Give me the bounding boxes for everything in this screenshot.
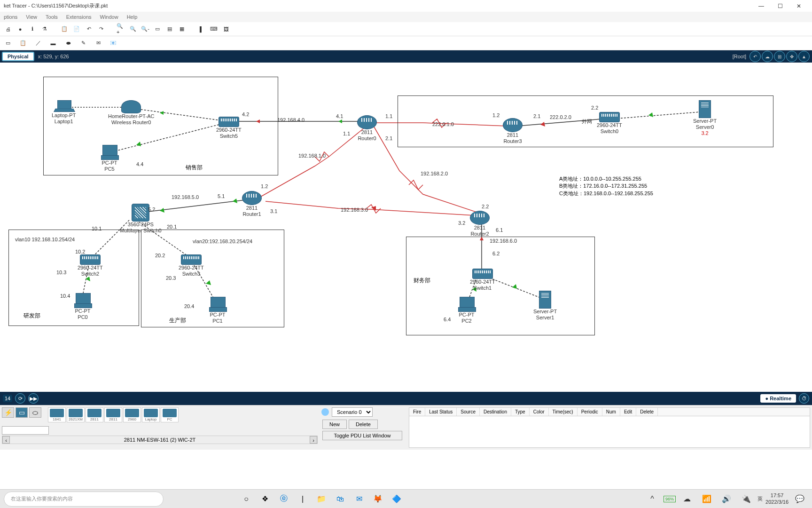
wizard-icon[interactable]: ● (16, 25, 24, 33)
zoom-in-icon[interactable]: 🔍+ (117, 25, 125, 33)
device-switch2[interactable]: 2960-24TT Switch2 (78, 254, 103, 277)
col-edit[interactable]: Edit (620, 408, 636, 416)
power-icon[interactable]: 🔌 (738, 491, 755, 508)
taskbar-search[interactable]: 在这里输入你要搜索的内容 (4, 492, 164, 507)
flask-icon[interactable]: ⚗ (40, 25, 49, 33)
rect-icon[interactable]: ▭ (153, 25, 162, 33)
col-periodic[interactable]: Periodic (578, 408, 602, 416)
device-switch3[interactable]: 2960-24TT Switch3 (179, 254, 204, 277)
zoom-reset-icon[interactable]: 🔍 (129, 25, 137, 33)
col-num[interactable]: Num (602, 408, 620, 416)
physical-mode-button[interactable]: Physical (2, 52, 34, 61)
note-icon[interactable]: ▌ (197, 25, 206, 33)
store-icon[interactable]: 🛍 (332, 491, 349, 508)
scroll-right-icon[interactable]: › (310, 436, 317, 444)
nav-cloud-icon[interactable]: ☁ (762, 51, 773, 62)
device-wrouter0[interactable]: HomeRouter-PT-AC Wireless Router0 (108, 100, 154, 126)
device-pc0[interactable]: PC-PT PC0 (74, 293, 91, 320)
wifi-icon[interactable]: 📶 (698, 491, 715, 508)
dev-1841[interactable]: 1841 (48, 407, 66, 422)
tile-icon[interactable]: ▤ (165, 25, 174, 33)
onedrive-icon[interactable]: ☁ (679, 491, 695, 508)
dev-pc[interactable]: PC (161, 407, 179, 422)
battery-icon[interactable]: 96% (664, 496, 676, 502)
palette-scrollbar[interactable]: ‹ 2811 NM-ESW-161 (2) WIC-2T › (2, 436, 318, 444)
pdu-open-icon[interactable]: 📧 (109, 39, 117, 48)
explorer-icon[interactable]: 📁 (313, 491, 330, 508)
ellipse-icon[interactable]: ⬬ (64, 39, 72, 48)
col-destination[interactable]: Destination (480, 408, 511, 416)
device-switch5[interactable]: 2960-24TT Switch5 (216, 117, 242, 139)
cat-connection[interactable]: ⬭ (29, 407, 41, 418)
nav-env-icon[interactable]: ▲ (798, 51, 810, 62)
sim-mode-button[interactable]: ⏱ (799, 393, 809, 404)
fast-forward-button[interactable]: ▶▶ (28, 393, 39, 404)
dev-2621xm[interactable]: 2621XM (67, 407, 85, 422)
scroll-left-icon[interactable]: ‹ (2, 436, 10, 444)
device-pc2[interactable]: PC-PT PC2 (458, 297, 475, 324)
device-server0[interactable]: Server-PT Server0 3.2 (693, 100, 717, 137)
menu-extensions[interactable]: Extensions (66, 14, 92, 20)
volume-icon[interactable]: 🔊 (718, 491, 735, 508)
scenario-select[interactable]: Scenario 0 (332, 407, 373, 417)
mail-icon[interactable]: ✉ (351, 491, 367, 508)
zoom-out-icon[interactable]: 🔍- (141, 25, 149, 33)
device-server1[interactable]: Server-PT Server1 (533, 291, 557, 321)
freeform-icon[interactable]: ✎ (79, 39, 87, 48)
copy-icon[interactable]: 📋 (60, 25, 69, 33)
menu-tools[interactable]: Tools (46, 14, 58, 20)
col-type[interactable]: Type (511, 408, 530, 416)
cat-router[interactable]: ▭ (16, 407, 28, 418)
nav-back-icon[interactable]: ↶ (750, 51, 761, 62)
menu-view[interactable]: View (26, 14, 37, 20)
keyboard-icon[interactable]: ⌨ (210, 25, 218, 33)
power-cycle-button[interactable]: ⟳ (15, 393, 25, 404)
col-last-status[interactable]: Last Status (425, 408, 457, 416)
ime-indicator[interactable]: 英 (757, 495, 763, 502)
image-icon[interactable]: 🖼 (222, 25, 230, 33)
tile2-icon[interactable]: ▦ (178, 25, 186, 33)
cortana-icon[interactable]: ○ (238, 491, 255, 508)
device-router0[interactable]: 2811 Router0 (357, 115, 377, 142)
close-button[interactable]: ✕ (789, 1, 808, 11)
tray-up-icon[interactable]: ^ (644, 491, 661, 508)
clock[interactable]: 17:572022/3/16 (765, 492, 789, 505)
pdu-closed-icon[interactable]: ✉ (94, 39, 102, 48)
device-router1[interactable]: 2811 Router1 (242, 191, 262, 217)
workspace-canvas[interactable]: 销售部 研发部 生产部 财务部 Laptop-PT Laptop1 HomeRo… (0, 63, 812, 392)
redo-icon[interactable]: ↷ (97, 25, 105, 33)
toggle-pdu-button[interactable]: Toggle PDU List Window (322, 431, 402, 440)
realtime-button[interactable]: ● Realtime (760, 394, 796, 403)
col-time[interactable]: Time(sec) (549, 408, 578, 416)
device-router2[interactable]: 2811 Router2 (470, 211, 490, 237)
menu-options[interactable]: ptions (4, 14, 17, 20)
inspect-icon[interactable]: 📋 (19, 39, 27, 48)
nav-move-icon[interactable]: ✥ (786, 51, 797, 62)
device-laptop1[interactable]: Laptop-PT Laptop1 (52, 100, 76, 125)
menu-help[interactable]: Help (127, 14, 138, 20)
device-search[interactable] (2, 426, 49, 435)
col-source[interactable]: Source (457, 408, 480, 416)
info-icon[interactable]: ℹ (28, 25, 37, 33)
device-router3[interactable]: 2811 Router3 (503, 118, 523, 144)
minimize-button[interactable]: — (752, 1, 771, 11)
undo-icon[interactable]: ↶ (85, 25, 93, 33)
nav-grid-icon[interactable]: ⊞ (774, 51, 785, 62)
dev-2811b[interactable]: 2811 (104, 407, 122, 422)
col-color[interactable]: Color (530, 408, 549, 416)
packet-tracer-icon[interactable]: 🔷 (388, 491, 405, 508)
firefox-icon[interactable]: 🦊 (369, 491, 386, 508)
select-icon[interactable]: ▭ (4, 39, 12, 48)
device-pc1[interactable]: PC-PT PC1 (209, 297, 226, 324)
device-pc5[interactable]: PC-PT PC5 (101, 145, 118, 172)
maximize-button[interactable]: ☐ (771, 1, 789, 11)
col-delete[interactable]: Delete (636, 408, 658, 416)
device-mlswitch0[interactable]: 3560-24PS Multilayer Switch0 (120, 204, 162, 234)
line-icon[interactable]: ／ (34, 39, 42, 48)
dev-2960[interactable]: 2960 (123, 407, 141, 422)
paste-icon[interactable]: 📄 (72, 25, 81, 33)
dev-2811a[interactable]: 2811 (86, 407, 103, 422)
task-view-icon[interactable]: ❖ (257, 491, 273, 508)
col-fire[interactable]: Fire (409, 408, 425, 416)
print-icon[interactable]: 🖨 (4, 25, 12, 33)
